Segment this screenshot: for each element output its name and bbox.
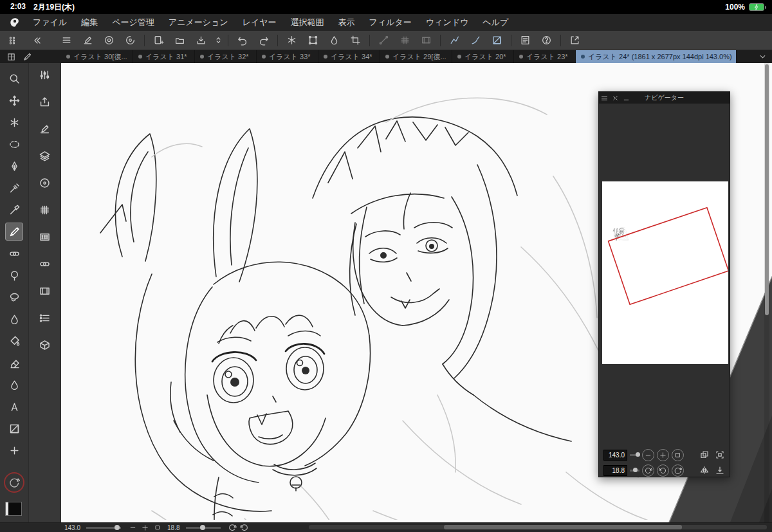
tool-selection[interactable] — [5, 135, 23, 153]
qa-mixer[interactable] — [36, 66, 54, 84]
canvas-tab[interactable]: イラスト 30[復... — [61, 50, 133, 63]
aperture-button[interactable] — [98, 32, 120, 49]
qa-layers[interactable] — [36, 147, 54, 165]
qa-keypad[interactable] — [36, 228, 54, 246]
menu-page-manage[interactable]: ページ管理 — [105, 14, 161, 31]
tool-stamp[interactable] — [5, 266, 23, 284]
menu-window[interactable]: ウィンドウ — [419, 14, 476, 31]
open-file-button[interactable] — [169, 32, 190, 49]
material-card-button[interactable] — [515, 32, 536, 49]
canvas-tab[interactable]: イラスト 20* — [452, 50, 514, 63]
qa-pixel-grid[interactable] — [36, 201, 54, 219]
flip-horizontal-button[interactable] — [698, 464, 711, 477]
canvas-tab[interactable]: イラスト 34* — [318, 50, 380, 63]
tool-pencil-selected[interactable] — [5, 223, 23, 241]
snap-line-button[interactable] — [373, 32, 394, 49]
tool-zoom[interactable] — [5, 69, 23, 87]
zoom-in-button[interactable] — [657, 449, 669, 461]
horizontal-scrollbar[interactable] — [309, 525, 767, 529]
menu-edit[interactable]: 編集 — [74, 14, 105, 31]
tool-move[interactable] — [5, 91, 23, 109]
canvas-tab[interactable]: イラスト 33* — [257, 50, 318, 63]
tool-decoration[interactable] — [5, 244, 23, 262]
snap-grid-button[interactable] — [394, 32, 416, 49]
collapse-panels-button[interactable] — [30, 32, 43, 49]
tool-pen[interactable] — [5, 201, 23, 219]
clear-selection-button[interactable] — [281, 32, 302, 49]
tool-eraser[interactable] — [5, 354, 23, 372]
navigator-menu-button[interactable] — [599, 92, 610, 104]
qa-link[interactable] — [36, 255, 54, 273]
zoom-out-button[interactable] — [642, 449, 654, 461]
navigator-zoom-value[interactable]: 143.0 — [603, 450, 627, 461]
tool-pen-nib[interactable] — [5, 157, 23, 175]
tab-list-button[interactable] — [758, 52, 767, 62]
fit-screen-button[interactable] — [713, 448, 726, 461]
tool-airbrush[interactable] — [5, 376, 23, 394]
navigator-header[interactable]: ナビゲーター — [599, 92, 730, 104]
tool-figure[interactable] — [5, 441, 23, 459]
palette-grid-icon[interactable] — [6, 52, 16, 62]
reset-rotation-button[interactable] — [672, 464, 684, 477]
ruler-line-button[interactable] — [444, 32, 465, 49]
zoom-out-button[interactable] — [127, 523, 139, 532]
qa-animation[interactable] — [36, 282, 54, 300]
menu-filter[interactable]: フィルター — [362, 14, 419, 31]
qa-list[interactable] — [36, 309, 54, 327]
ruler-fill-button[interactable] — [486, 32, 508, 49]
tool-operation[interactable] — [5, 113, 23, 131]
rotate-right-button[interactable] — [657, 464, 669, 477]
rotate-right-button[interactable] — [239, 523, 251, 532]
edit-canvas-button[interactable] — [77, 32, 98, 49]
tool-blend[interactable] — [5, 310, 23, 328]
fit-vertical-button[interactable] — [713, 464, 726, 477]
vertical-scrollbar[interactable] — [764, 63, 769, 522]
frame-border-button[interactable] — [345, 32, 366, 49]
rotation-slider[interactable] — [186, 527, 221, 529]
tool-lasso[interactable] — [5, 288, 23, 306]
canvas-tab[interactable]: イラスト 31* — [133, 50, 195, 63]
zoom-slider[interactable] — [86, 527, 121, 529]
qa-record[interactable] — [36, 174, 54, 192]
save-button[interactable] — [190, 32, 212, 49]
tool-fill[interactable] — [5, 332, 23, 350]
canvas-tab-active[interactable]: イラスト 24* (1861 x 2677px 144dpi 143.0%) — [576, 50, 737, 63]
qa-export[interactable] — [36, 93, 54, 111]
horizontal-scrollbar-thumb[interactable] — [444, 525, 682, 529]
undo-button[interactable] — [232, 32, 253, 49]
rotate-left-button[interactable] — [226, 523, 239, 532]
new-canvas-button[interactable] — [148, 32, 169, 49]
vertical-scrollbar-thumb[interactable] — [765, 64, 769, 315]
menu-file[interactable]: ファイル — [26, 14, 74, 31]
rotate-left-button[interactable] — [642, 464, 654, 477]
canvas-tab[interactable]: イラスト 32* — [195, 50, 257, 63]
help-button[interactable] — [536, 32, 557, 49]
menu-layer[interactable]: レイヤー — [235, 14, 284, 31]
tool-eyedropper[interactable] — [5, 179, 23, 197]
menu-selection[interactable]: 選択範囲 — [284, 14, 331, 31]
tool-text[interactable] — [5, 398, 23, 416]
menu-animation[interactable]: アニメーション — [161, 14, 235, 31]
liquify-button[interactable] — [324, 32, 345, 49]
navigator-zoom-slider[interactable] — [630, 454, 639, 456]
qa-sketch-pad[interactable] — [36, 120, 54, 138]
navigator-minimize-button[interactable] — [621, 92, 632, 104]
palette-pen-icon[interactable] — [23, 52, 32, 62]
zoom-in-button[interactable] — [139, 523, 151, 532]
transform-button[interactable] — [302, 32, 324, 49]
navigator-rotation-value[interactable]: 18.8 — [603, 465, 627, 476]
external-window-button[interactable] — [564, 32, 585, 49]
ruler-brush-button[interactable] — [465, 32, 486, 49]
clip-studio-button[interactable] — [120, 32, 141, 49]
canvas-tab[interactable]: イラスト 23* — [514, 50, 576, 63]
actual-size-button[interactable] — [151, 523, 163, 532]
redo-button[interactable] — [253, 32, 274, 49]
reset-rotation-button[interactable] — [4, 472, 24, 493]
actual-size-button[interactable] — [672, 449, 684, 461]
duplicate-window-button[interactable] — [698, 448, 711, 461]
navigator-rotation-slider[interactable] — [630, 470, 639, 472]
save-options-button[interactable] — [212, 32, 225, 49]
menu-help[interactable]: ヘルプ — [475, 14, 515, 31]
navigator-thumbnail[interactable] — [602, 181, 728, 364]
palette-handle-button[interactable] — [1, 32, 23, 49]
